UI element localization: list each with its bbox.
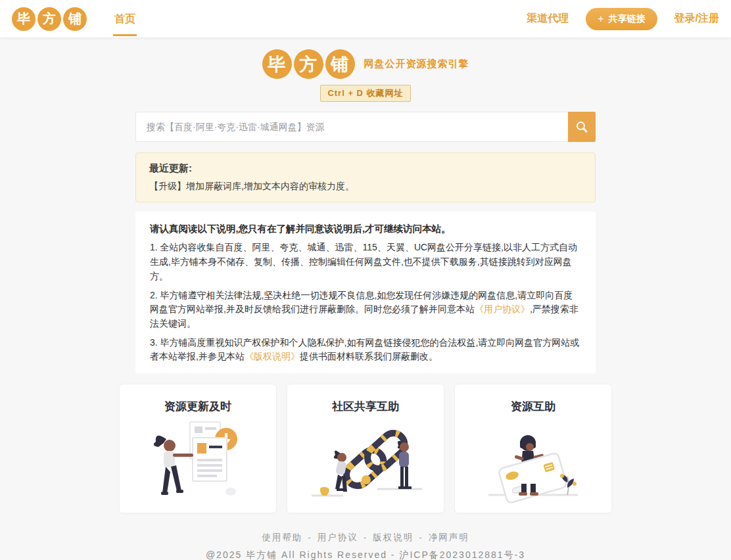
nav-home-tab[interactable]: 首页	[113, 2, 137, 36]
agent-link[interactable]: 渠道代理	[527, 12, 569, 26]
notice-title: 最近更新:	[149, 162, 582, 175]
site-disclaimer: 请认真阅读以下说明,您只有在了解并同意该说明后,才可继续访问本站。 1. 全站内…	[135, 212, 596, 373]
person-with-card-illustration	[467, 419, 599, 503]
login-register-link[interactable]: 登录/注册	[674, 12, 719, 26]
page-footer: 使用帮助-用户协议-版权说明-净网声明 @2025 毕方铺 All Rights…	[0, 532, 731, 560]
plus-icon: +	[598, 14, 603, 24]
feature-card-resource-help: 资源互助	[454, 384, 612, 513]
hero-logo-block: 毕 方 铺 网盘公开资源搜索引擎	[0, 49, 731, 79]
search-icon	[575, 120, 588, 133]
logo-circle-2: 方	[37, 7, 61, 31]
share-link-button[interactable]: + 共享链接	[586, 8, 657, 30]
disclaimer-item-2: 2. 毕方铺遵守相关法律法规,坚决杜绝一切违规不良信息,如您发现任何涉嫌违规的网…	[150, 289, 581, 331]
disclaimer-item-3: 3. 毕方铺高度重视知识产权保护和个人隐私保护,如有网盘链接侵犯您的合法权益,请…	[150, 336, 581, 364]
header-actions: 渠道代理 + 共享链接 登录/注册	[527, 8, 719, 30]
site-tagline: 网盘公开资源搜索引擎	[364, 58, 469, 70]
footer-links: 使用帮助-用户协议-版权说明-净网声明	[0, 532, 731, 544]
share-button-label: 共享链接	[609, 13, 646, 25]
footer-link-help[interactable]: 使用帮助	[262, 532, 302, 542]
user-agreement-link[interactable]: 《用户协议》	[475, 304, 530, 314]
recent-update-notice: 最近更新: 【升级】增加屏蔽词库,增加文本内容的审核力度。	[135, 152, 596, 202]
hero-logo-circle-2: 方	[294, 49, 323, 79]
footer-link-user-agreement[interactable]: 用户协议	[318, 532, 358, 542]
notice-content: 【升级】增加屏蔽词库,增加文本内容的审核力度。	[149, 181, 582, 193]
hero-logo-circle-1: 毕	[262, 49, 292, 79]
footer-link-clean-net[interactable]: 净网声明	[429, 532, 469, 542]
chain-links-illustration	[300, 419, 431, 503]
documents-download-illustration	[132, 419, 264, 503]
copyright-line: @2025 毕方铺 All Rights Reserved - 沪ICP备202…	[0, 549, 731, 560]
top-navigation-bar: 毕 方 铺 首页 渠道代理 + 共享链接 登录/注册	[0, 0, 731, 37]
search-button[interactable]	[568, 112, 596, 142]
hero-logo: 毕 方 铺	[262, 49, 355, 79]
disclaimer-heading: 请认真阅读以下说明,您只有在了解并同意该说明后,才可继续访问本站。	[150, 222, 581, 236]
feature-card-title: 社区共享互助	[287, 399, 444, 414]
feature-cards-row: 资源更新及时 社区共享互助	[119, 384, 612, 513]
bookmark-tip-row: Ctrl + D 收藏网址	[0, 85, 731, 102]
bookmark-tip-badge: Ctrl + D 收藏网址	[320, 85, 410, 102]
search-input[interactable]	[135, 112, 568, 142]
footer-link-copyright[interactable]: 版权说明	[373, 532, 413, 542]
logo-circle-1: 毕	[12, 7, 35, 31]
copyright-statement-link[interactable]: 《版权说明》	[245, 351, 300, 362]
hero-logo-circle-3: 铺	[325, 49, 355, 79]
feature-card-title: 资源互助	[455, 399, 611, 414]
feature-card-community-sharing: 社区共享互助	[287, 384, 444, 513]
site-logo[interactable]: 毕 方 铺	[12, 7, 87, 31]
feature-card-resource-updates: 资源更新及时	[119, 384, 277, 513]
disclaimer-item-1: 1. 全站内容收集自百度、阿里、夸克、城通、迅雷、115、天翼、UC网盘公开分享…	[150, 241, 581, 283]
logo-circle-3: 铺	[63, 7, 87, 31]
feature-card-title: 资源更新及时	[120, 399, 276, 414]
search-bar	[135, 112, 596, 142]
